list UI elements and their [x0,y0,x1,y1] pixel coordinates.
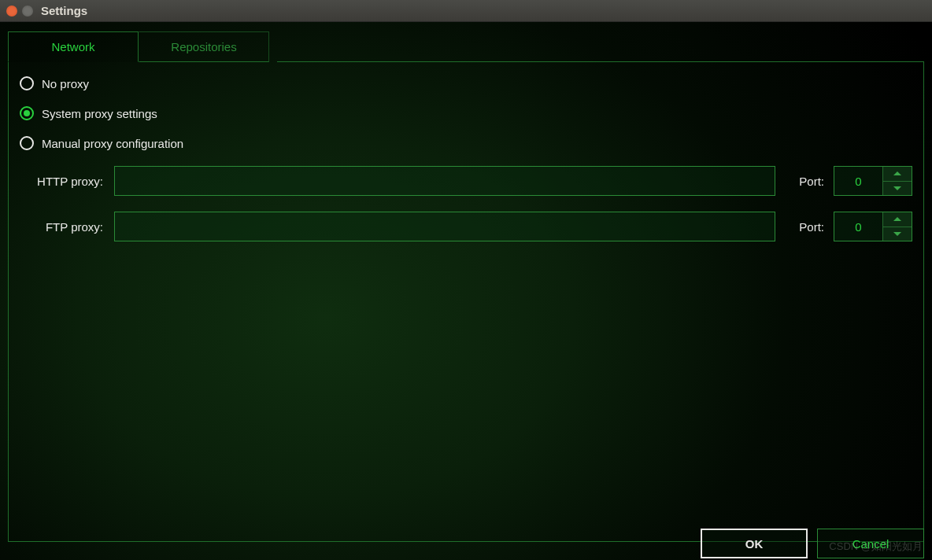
radio-icon [20,106,34,120]
spinner-buttons [883,167,912,195]
http-proxy-input[interactable] [114,166,775,196]
chevron-down-icon [893,232,901,236]
http-proxy-label: HTTP proxy: [20,175,108,188]
chevron-up-icon [893,217,901,221]
chevron-up-icon [893,171,901,175]
button-bar: OK Cancel [701,529,924,558]
network-panel: No proxy System proxy settings Manual pr… [8,62,924,542]
minimize-icon[interactable] [22,6,33,17]
tab-row: Network Repositories [0,22,932,62]
http-proxy-row: HTTP proxy: Port: 0 [20,166,912,196]
http-port-spinner[interactable]: 0 [834,166,912,196]
ftp-port-spinner[interactable]: 0 [834,212,912,241]
window-title: Settings [41,4,87,17]
window-controls [6,6,33,17]
spin-up-button[interactable] [883,212,912,227]
ftp-proxy-label: FTP proxy: [20,220,108,234]
titlebar: Settings [0,0,932,22]
radio-icon [20,76,34,90]
radio-no-proxy[interactable]: No proxy [20,76,912,90]
radio-selected-icon [24,110,30,116]
radio-label: Manual proxy configuration [42,137,183,150]
cancel-button[interactable]: Cancel [817,529,924,558]
ftp-proxy-row: FTP proxy: Port: 0 [20,212,912,241]
radio-manual-proxy[interactable]: Manual proxy configuration [20,136,912,150]
radio-label: System proxy settings [42,107,157,120]
http-port-label: Port: [799,175,824,188]
ftp-port-value[interactable]: 0 [834,212,883,241]
spinner-buttons [883,212,912,241]
tab-repositories[interactable]: Repositories [139,31,269,62]
proxy-fields: HTTP proxy: Port: 0 FTP proxy: Port: 0 [20,166,912,241]
spin-down-button[interactable] [883,182,912,196]
spin-up-button[interactable] [883,167,912,182]
spin-down-button[interactable] [883,227,912,241]
ok-button[interactable]: OK [701,529,808,558]
ftp-port-label: Port: [799,220,824,234]
radio-label: No proxy [42,77,89,90]
content-area: Network Repositories No proxy System pro… [0,22,932,560]
close-icon[interactable] [6,6,17,17]
chevron-down-icon [893,186,901,190]
radio-system-proxy[interactable]: System proxy settings [20,106,912,120]
radio-icon [20,136,34,150]
tab-network[interactable]: Network [8,31,139,62]
http-port-value[interactable]: 0 [834,167,883,195]
ftp-proxy-input[interactable] [114,212,775,241]
